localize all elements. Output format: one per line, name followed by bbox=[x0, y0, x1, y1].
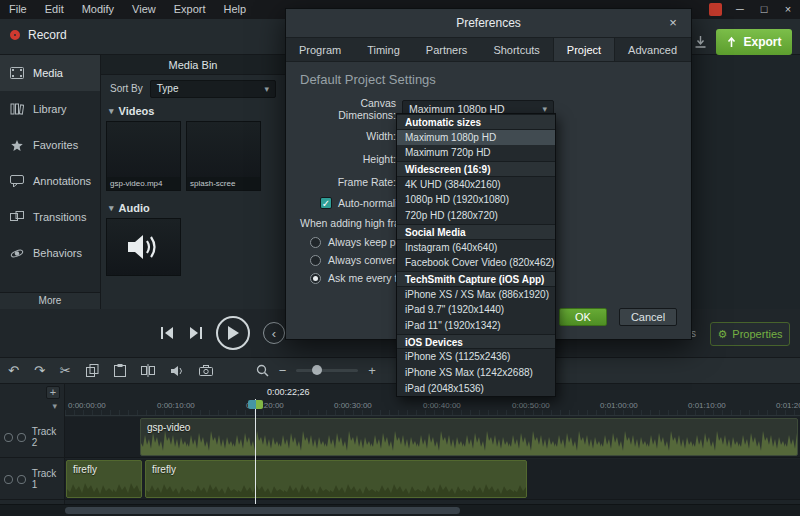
clip-label: firefly bbox=[73, 464, 97, 475]
zoom-slider[interactable] bbox=[296, 369, 358, 372]
timeline-clip-firefly-2[interactable]: firefly bbox=[145, 460, 527, 498]
track-disable-icon[interactable] bbox=[4, 433, 13, 442]
dropdown-option[interactable]: Facebook Cover Video (820x462) bbox=[397, 255, 555, 271]
video-thumbnail[interactable]: gsp-video.mp4 bbox=[106, 121, 181, 191]
track-lane[interactable]: gsp-video bbox=[65, 417, 800, 458]
timeline-scrollbar[interactable] bbox=[0, 504, 800, 516]
transitions-icon bbox=[10, 211, 24, 223]
dropdown-option[interactable]: 1080p HD (1920x1080) bbox=[397, 192, 555, 208]
copy-icon[interactable] bbox=[86, 364, 99, 377]
tab-advanced[interactable]: Advanced bbox=[615, 38, 690, 61]
audio-section-header[interactable]: ▾ Audio bbox=[101, 199, 285, 218]
dropdown-option[interactable]: 4K UHD (3840x2160) bbox=[397, 177, 555, 193]
cut-icon[interactable]: ✂ bbox=[60, 359, 71, 383]
tab-program[interactable]: Program bbox=[286, 38, 354, 61]
close-button[interactable]: × bbox=[776, 0, 800, 19]
tab-timing[interactable]: Timing bbox=[354, 38, 413, 61]
dropdown-option[interactable]: 720p HD (1280x720) bbox=[397, 208, 555, 224]
menu-help[interactable]: Help bbox=[215, 0, 256, 19]
menu-view[interactable]: View bbox=[123, 0, 165, 19]
properties-button[interactable]: ⚙ Properties bbox=[710, 322, 790, 346]
zoom-slider-thumb[interactable] bbox=[312, 365, 322, 375]
timeline-clip-firefly-1[interactable]: firefly bbox=[66, 460, 142, 498]
sidebar-item-behaviors[interactable]: Behaviors bbox=[0, 235, 100, 271]
dropdown-group-header: Social Media bbox=[397, 224, 555, 240]
properties-label: Properties bbox=[732, 328, 782, 340]
sidebar-item-media[interactable]: Media bbox=[0, 55, 100, 91]
track-disable-icon[interactable] bbox=[4, 475, 13, 484]
jump-back-button[interactable]: ‹ bbox=[263, 322, 285, 344]
dropdown-group-header: Widescreen (16:9) bbox=[397, 161, 555, 177]
menu-edit[interactable]: Edit bbox=[36, 0, 73, 19]
sort-by-select[interactable]: Type ▾ bbox=[150, 80, 276, 98]
ruler-label: 0:00:50:00 bbox=[512, 401, 550, 410]
dropdown-option[interactable]: iPhone XS Max (1242x2688) bbox=[397, 365, 555, 381]
zoom-in-button[interactable]: + bbox=[368, 359, 376, 383]
minimize-button[interactable]: ─ bbox=[728, 0, 752, 19]
chevron-down-icon: ▾ bbox=[109, 203, 114, 213]
step-forward-button[interactable] bbox=[188, 326, 203, 340]
track-lane[interactable]: firefly firefly bbox=[65, 459, 800, 500]
dropdown-option[interactable]: Instagram (640x640) bbox=[397, 240, 555, 256]
camera-icon[interactable] bbox=[199, 365, 213, 376]
audio-levels-icon[interactable] bbox=[170, 365, 184, 377]
ruler-label: 0:00:30:00 bbox=[334, 401, 372, 410]
track-lock-icon[interactable] bbox=[17, 433, 26, 442]
menu-modify[interactable]: Modify bbox=[73, 0, 123, 19]
ruler-label: 0:00:00:00 bbox=[68, 401, 106, 410]
dropdown-option-selected[interactable]: Maximum 1080p HD bbox=[397, 130, 555, 146]
tab-shortcuts[interactable]: Shortcuts bbox=[480, 38, 552, 61]
radio-always-keep[interactable] bbox=[310, 237, 321, 248]
play-button[interactable] bbox=[216, 316, 250, 350]
dropdown-option[interactable]: iPhone XS / XS Max (886x1920) bbox=[397, 287, 555, 303]
add-track-button[interactable]: + bbox=[46, 386, 60, 399]
record-button[interactable]: Record bbox=[10, 28, 67, 42]
audio-thumbnail[interactable] bbox=[106, 218, 181, 276]
export-button[interactable]: Export bbox=[716, 29, 792, 55]
scrollbar-thumb[interactable] bbox=[65, 507, 460, 514]
playhead-in-handle[interactable] bbox=[248, 400, 256, 409]
chevron-down-icon[interactable]: ▾ bbox=[52, 401, 57, 411]
playhead-out-handle[interactable] bbox=[256, 400, 263, 409]
sidebar-item-transitions[interactable]: Transitions bbox=[0, 199, 100, 235]
redo-icon[interactable]: ↷ bbox=[34, 359, 45, 383]
tab-partners[interactable]: Partners bbox=[413, 38, 481, 61]
track-name: Track 1 bbox=[32, 468, 64, 490]
tab-project[interactable]: Project bbox=[553, 38, 615, 61]
dropdown-option[interactable]: iPad 11" (1920x1342) bbox=[397, 318, 555, 334]
dropdown-option[interactable]: iPad (2048x1536) bbox=[397, 381, 555, 397]
radio-ask-every-time[interactable] bbox=[310, 273, 321, 284]
sort-by-label: Sort By bbox=[110, 83, 143, 94]
dialog-close-button[interactable]: × bbox=[663, 9, 683, 37]
video-thumbnail[interactable]: splash-scree bbox=[186, 121, 261, 191]
more-button[interactable]: More bbox=[0, 293, 100, 309]
magnifier-icon[interactable] bbox=[256, 364, 269, 377]
dropdown-option[interactable]: iPhone XS (1125x2436) bbox=[397, 349, 555, 365]
dropdown-option[interactable]: Maximum 720p HD bbox=[397, 145, 555, 161]
videos-section-header[interactable]: ▾ Videos bbox=[101, 102, 285, 121]
maximize-button[interactable]: □ bbox=[752, 0, 776, 19]
paste-icon[interactable] bbox=[114, 364, 126, 377]
audio-label: Audio bbox=[119, 202, 150, 214]
timeline-ruler[interactable]: 0:00:00:00 0:00:10:00 0:00:20:00 0:00:30… bbox=[65, 399, 800, 416]
split-icon[interactable] bbox=[141, 364, 155, 377]
sidebar-item-library[interactable]: Library bbox=[0, 91, 100, 127]
menu-export[interactable]: Export bbox=[165, 0, 215, 19]
export-download-button[interactable] bbox=[690, 30, 710, 54]
sidebar-item-annotations[interactable]: Annotations bbox=[0, 163, 100, 199]
ok-button[interactable]: OK bbox=[559, 308, 607, 326]
zoom-out-button[interactable]: − bbox=[279, 359, 287, 383]
radio-always-convert[interactable] bbox=[310, 255, 321, 266]
menu-file[interactable]: File bbox=[0, 0, 36, 19]
cancel-button[interactable]: Cancel bbox=[619, 308, 677, 326]
timeline-clip-gsp-video[interactable]: gsp-video bbox=[140, 418, 798, 456]
track-lock-icon[interactable] bbox=[17, 475, 26, 484]
playhead-line[interactable] bbox=[255, 399, 256, 504]
playhead-handle[interactable] bbox=[248, 400, 263, 409]
sidebar-item-favorites[interactable]: Favorites bbox=[0, 127, 100, 163]
prev-frame-button[interactable] bbox=[160, 326, 175, 340]
video-filename: gsp-video.mp4 bbox=[107, 177, 180, 190]
dropdown-option[interactable]: iPad 9.7" (1920x1440) bbox=[397, 302, 555, 318]
undo-icon[interactable]: ↶ bbox=[8, 359, 19, 383]
auto-normalize-checkbox[interactable]: ✓ bbox=[320, 197, 332, 209]
